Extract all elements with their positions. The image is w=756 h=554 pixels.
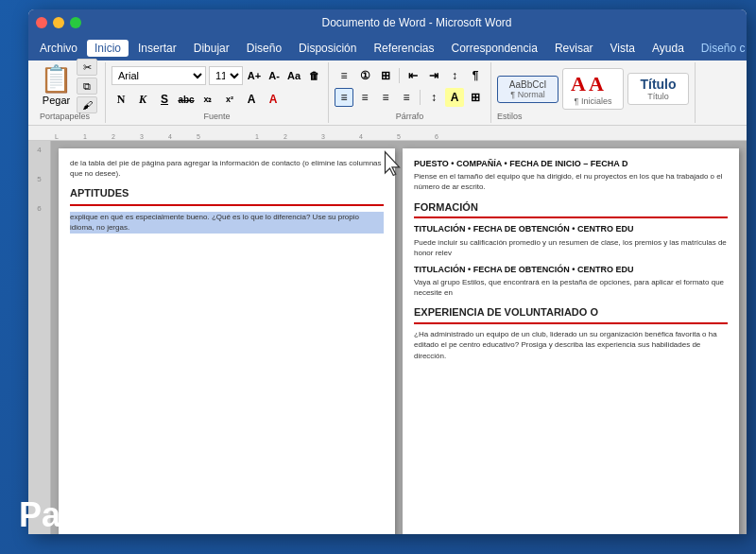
borders-button[interactable]: ⊞	[466, 88, 485, 107]
menu-archivo[interactable]: Archivo	[32, 40, 85, 57]
maximize-btn[interactable]	[70, 17, 81, 28]
right-page: PUESTO • COMPAÑÍA • FECHA DE INICIO – FE…	[403, 148, 739, 534]
increase-indent-button[interactable]: ⇥	[424, 66, 443, 85]
style-iniciales-label: ¶ Iniciales	[571, 96, 615, 106]
menu-diseno-c[interactable]: Diseño c	[694, 40, 747, 57]
pages-container: de la tabla del pie de página para agreg…	[51, 141, 747, 534]
align-center-button[interactable]: ≡	[355, 88, 374, 107]
style-iniciales[interactable]: A A ¶ Iniciales	[562, 68, 624, 110]
paste-icon: 📋	[40, 66, 73, 93]
font-row-1: Arial 11 A+ A- Aa 🗑	[112, 66, 322, 85]
titulo-preview: Título	[636, 77, 680, 92]
title-bar: Documento de Word - Microsoft Word	[28, 9, 747, 36]
italic-button[interactable]: K	[133, 90, 152, 109]
style-normal-preview: AaBbCcI	[506, 79, 550, 90]
voluntariado-line	[414, 322, 728, 324]
titulacion2-body: Vaya al grupo Estilos, que encontrará en…	[414, 277, 728, 298]
puesto-body: Piense en el tamaño del equipo que ha di…	[414, 171, 728, 192]
ruler: L 1 2 3 4 5 1 2 3 4 5 6	[28, 126, 747, 141]
window-title: Documento de Word - Microsoft Word	[94, 16, 739, 29]
font-case-button[interactable]: Aa	[285, 67, 302, 84]
iniciales-icon: A	[571, 72, 586, 96]
cut-button[interactable]: ✂	[77, 59, 97, 76]
aptitudes-title: APTITUDES	[70, 186, 384, 200]
formacion-title: FORMACIÓN	[414, 200, 728, 215]
menu-dibujar[interactable]: Dibujar	[186, 40, 237, 57]
decrease-font-button[interactable]: A-	[266, 67, 283, 84]
underline-button[interactable]: S	[155, 90, 174, 109]
menu-ayuda[interactable]: Ayuda	[644, 40, 692, 57]
bullets-button[interactable]: ≡	[335, 66, 353, 85]
text-highlight-button[interactable]: A	[242, 90, 261, 109]
aptitudes-body: explique en qué es especialmente bueno. …	[70, 212, 384, 233]
titulacion1-heading: TITULACIÓN • FECHA DE OBTENCIÓN • CENTRO…	[414, 223, 728, 234]
subscript-button[interactable]: x₂	[198, 90, 217, 109]
left-page: de la tabla del pie de página para agreg…	[59, 148, 395, 534]
puesto-heading: PUESTO • COMPAÑÍA • FECHA DE INICIO – FE…	[414, 158, 728, 169]
minimize-btn[interactable]	[53, 17, 64, 28]
font-group: Arial 11 A+ A- Aa 🗑 N K S ab	[106, 62, 329, 123]
align-left-button[interactable]: ≡	[335, 88, 353, 107]
decrease-indent-button[interactable]: ⇤	[404, 66, 422, 85]
menu-referencias[interactable]: Referencias	[366, 40, 441, 57]
shading-button[interactable]: A	[445, 88, 464, 107]
multilevel-button[interactable]: ⊞	[376, 66, 395, 85]
step-label: Paso 5	[19, 495, 129, 535]
menu-bar: Archivo Inicio Insertar Dibujar Diseño D…	[28, 36, 747, 61]
paste-button[interactable]: 📋 Pegar	[40, 66, 73, 106]
voluntariado-body: ¿Ha administrado un equipo de un club, l…	[414, 329, 728, 361]
font-size-select[interactable]: 11	[209, 66, 243, 85]
clear-format-button[interactable]: 🗑	[305, 67, 322, 84]
clipboard-group: 📋 Pegar ✂ ⧉ 🖌 Portapapeles	[32, 62, 106, 123]
menu-vista[interactable]: Vista	[603, 40, 643, 57]
paste-label: Pegar	[43, 95, 70, 106]
menu-disposicion[interactable]: Disposición	[291, 40, 364, 57]
voluntariado-title: EXPERIENCIA DE VOLUNTARIADO O	[414, 305, 728, 320]
line-spacing-button[interactable]: ↕	[424, 88, 443, 107]
iniciales-icon2: A	[589, 72, 604, 96]
word-window: Documento de Word - Microsoft Word Archi…	[28, 9, 747, 534]
clipboard-small-buttons: ✂ ⧉ 🖌	[77, 59, 97, 113]
numbering-button[interactable]: ①	[355, 66, 374, 85]
justify-button[interactable]: ≡	[397, 88, 416, 107]
bold-button[interactable]: N	[112, 90, 130, 109]
copy-button[interactable]: ⧉	[77, 78, 97, 95]
clipboard-label: Portapapeles	[40, 112, 90, 121]
font-color-button[interactable]: A	[264, 90, 283, 109]
styles-group: AaBbCcI ¶ Normal A A ¶ Iniciales Título	[491, 62, 696, 123]
titulacion2-heading: TITULACIÓN • FECHA DE OBTENCIÓN • CENTRO…	[414, 264, 728, 275]
menu-insertar[interactable]: Insertar	[130, 40, 184, 57]
ribbon: 📋 Pegar ✂ ⧉ 🖌 Portapapeles Aria	[28, 61, 747, 126]
styles-label: Estilos	[497, 112, 523, 121]
superscript-button[interactable]: x²	[220, 90, 239, 109]
menu-revisar[interactable]: Revisar	[547, 40, 601, 57]
formacion-line	[414, 216, 728, 218]
font-family-select[interactable]: Arial	[112, 66, 206, 85]
style-titulo-label: Título	[636, 92, 680, 101]
align-right-button[interactable]: ≡	[376, 88, 395, 107]
paragraph-label: Párrafo	[396, 112, 424, 121]
font-row-2: N K S abc x₂ x² A A	[112, 90, 322, 109]
menu-inicio[interactable]: Inicio	[87, 40, 129, 57]
document-area: 4 5 6 de la tabla del pie de página para…	[28, 141, 747, 534]
style-normal-label: ¶ Normal	[506, 90, 550, 99]
menu-correspondencia[interactable]: Correspondencia	[443, 40, 544, 57]
strikethrough-button[interactable]: abc	[177, 90, 196, 109]
left-margin: 4 5 6	[28, 141, 51, 534]
style-titulo[interactable]: Título Título	[627, 73, 689, 105]
menu-diseno[interactable]: Diseño	[239, 40, 289, 57]
ribbon-row: 📋 Pegar ✂ ⧉ 🖌 Portapapeles Aria	[32, 62, 743, 123]
close-btn[interactable]	[36, 17, 47, 28]
show-formatting-button[interactable]: ¶	[466, 66, 485, 85]
aptitudes-line	[70, 204, 384, 206]
titulacion1-body: Puede incluir su calificación promedio y…	[414, 237, 728, 258]
sort-button[interactable]: ↕	[445, 66, 464, 85]
font-label: Fuente	[203, 112, 230, 121]
increase-font-button[interactable]: A+	[246, 67, 263, 84]
style-normal[interactable]: AaBbCcI ¶ Normal	[497, 76, 558, 103]
intro-text: de la tabla del pie de página para agreg…	[70, 158, 384, 179]
paragraph-group: ≡ ① ⊞ ⇤ ⇥ ↕ ¶ ≡ ≡ ≡ ≡	[329, 62, 491, 123]
